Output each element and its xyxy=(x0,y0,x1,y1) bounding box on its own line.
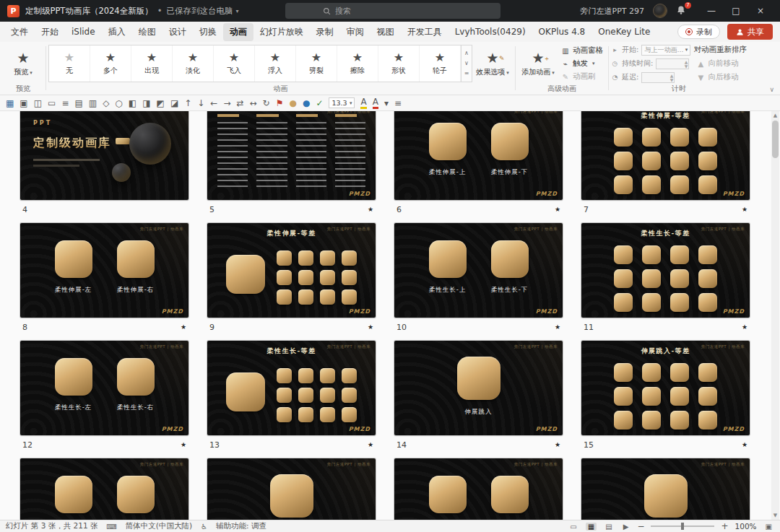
table-icon[interactable]: ▤ xyxy=(74,97,82,109)
corner-shade-alt-icon[interactable]: ◪ xyxy=(170,97,178,109)
tab-审阅[interactable]: 审阅 xyxy=(340,23,370,41)
swap-order-icon[interactable]: ⇄ xyxy=(236,97,243,109)
toolbar-menu-icon[interactable]: ≡ xyxy=(394,97,402,109)
tab-动画[interactable]: 动画 xyxy=(223,23,254,41)
move-earlier-button[interactable]: ▲向前移动 xyxy=(693,58,747,70)
tab-切换[interactable]: 切换 xyxy=(193,23,223,41)
align-objects-icon[interactable]: ≡ xyxy=(61,97,69,109)
align-left-icon[interactable]: ← xyxy=(210,97,217,109)
effect-options-button[interactable]: ★✎ 效果选项▾ xyxy=(472,44,513,83)
slideshow-button[interactable]: ▶ xyxy=(621,523,631,531)
animation-indicator-star-icon[interactable]: ★ xyxy=(742,441,748,448)
minimize-button[interactable]: — xyxy=(699,0,724,22)
animation-effect-item[interactable]: ★形状 xyxy=(378,45,420,82)
animation-effect-item[interactable]: ★轮子 xyxy=(420,45,461,82)
animation-indicator-star-icon[interactable]: ★ xyxy=(368,206,373,213)
notification-bell-icon[interactable]: 7 xyxy=(676,5,688,17)
align-right-icon[interactable]: → xyxy=(223,97,230,109)
animation-effect-item[interactable]: ★擦除 xyxy=(337,45,378,82)
layout-icon[interactable]: ◫ xyxy=(34,97,42,109)
slide-count-status[interactable]: 幻灯片 第 3 张，共 211 张 xyxy=(6,521,98,531)
animation-indicator-star-icon[interactable]: ★ xyxy=(742,206,748,213)
slide-thumbnail-5[interactable]: 旁门左道PPT | 动画库PMZD xyxy=(207,111,376,200)
animation-effect-item[interactable]: ★飞入 xyxy=(214,45,255,82)
corner-shade-icon[interactable]: ◩ xyxy=(157,97,165,109)
blue-dot-icon[interactable]: ● xyxy=(303,97,310,109)
spinner-down-icon[interactable]: ▼ xyxy=(670,77,674,82)
record-button[interactable]: 录制 xyxy=(677,25,720,39)
slide-thumbnail-15[interactable]: 伸展跳入-等差旁门左道PPT | 动画库PMZD xyxy=(581,341,750,435)
slide-thumbnail-10[interactable]: 柔性生长-上柔性生长-下旁门左道PPT | 动画库PMZD xyxy=(394,223,563,318)
font-size-box[interactable]: 13.3▾ xyxy=(329,97,355,108)
zoom-in-button[interactable]: + xyxy=(721,521,728,531)
scroll-up-icon[interactable]: ▲ xyxy=(771,113,779,118)
slides-panel-icon[interactable]: ▦ xyxy=(6,97,14,109)
slide-thumbnail-7[interactable]: 柔性伸展-等差旁门左道PPT | 动画库PMZD xyxy=(581,111,750,200)
fit-slide-to-window-icon[interactable]: ▣ xyxy=(763,523,774,531)
shape-icon[interactable]: ◇ xyxy=(103,97,109,109)
text-box-icon[interactable]: ▭ xyxy=(48,97,56,109)
reading-view-button[interactable]: ▤ xyxy=(603,523,614,531)
tab-设计[interactable]: 设计 xyxy=(162,23,193,41)
check-icon[interactable]: ✓ xyxy=(316,97,323,109)
zoom-thumb[interactable] xyxy=(681,523,684,530)
animation-pane-button[interactable]: ▥动画窗格 xyxy=(558,45,606,57)
avatar[interactable] xyxy=(653,4,667,18)
delay-input[interactable]: ▲▼ xyxy=(641,72,675,83)
zoom-percentage[interactable]: 100% xyxy=(735,522,757,531)
tab-OKPlus 4.8[interactable]: OKPlus 4.8 xyxy=(532,24,592,40)
slide-thumbnail-12[interactable]: 柔性生长-左柔性生长-右旁门左道PPT | 动画库PMZD xyxy=(20,341,188,435)
account-name[interactable]: 旁门左道PPT 297 xyxy=(581,6,644,17)
animation-indicator-star-icon[interactable]: ★ xyxy=(555,206,560,213)
animation-effect-item[interactable]: ★淡化 xyxy=(173,45,214,82)
shade-left-icon[interactable]: ◧ xyxy=(129,97,136,109)
rotate-icon[interactable]: ↻ xyxy=(263,97,270,109)
slide-thumbnail[interactable]: 旁门左道PPT | 动画库PMZD xyxy=(20,458,188,520)
animation-indicator-star-icon[interactable]: ★ xyxy=(555,441,560,448)
vertical-scrollbar[interactable]: ▲ ▼ xyxy=(771,111,779,520)
align-bottom-icon[interactable]: ↓ xyxy=(197,97,204,109)
animation-effect-item[interactable]: ★无 xyxy=(49,45,90,82)
trigger-button[interactable]: ⌁触发▾ xyxy=(558,58,606,70)
shade-right-icon[interactable]: ◨ xyxy=(142,97,150,109)
zoom-out-button[interactable]: − xyxy=(637,521,644,531)
animation-indicator-star-icon[interactable]: ★ xyxy=(555,323,560,331)
start-dropdown[interactable]: 与上一动画…▾ xyxy=(641,45,690,56)
animation-painter-button[interactable]: ✎动画刷 xyxy=(558,71,606,83)
tab-LvyhTools(0429)[interactable]: LvyhTools(0429) xyxy=(448,24,532,40)
search-input[interactable] xyxy=(335,6,465,16)
slide-thumbnail-11[interactable]: 柔性生长-等差旁门左道PPT | 动画库PMZD xyxy=(581,223,750,318)
slide-sorter-view-button[interactable]: ▦ xyxy=(586,523,597,531)
highlight-color-icon[interactable]: A xyxy=(360,97,366,109)
scroll-down-icon[interactable]: ▼ xyxy=(771,513,779,518)
more-tools-icon[interactable]: ▾ xyxy=(384,97,389,109)
animation-indicator-star-icon[interactable]: ★ xyxy=(181,441,186,448)
close-button[interactable]: × xyxy=(748,0,773,22)
tab-录制[interactable]: 录制 xyxy=(310,23,340,41)
zoom-slider[interactable] xyxy=(651,523,714,530)
normal-view-icon[interactable]: ▣ xyxy=(20,97,27,109)
add-animation-button[interactable]: ★＋ 添加动画▾ xyxy=(518,44,558,83)
tab-OneKey Lite[interactable]: OneKey Lite xyxy=(592,24,656,40)
spell-check-icon[interactable]: ⌨ xyxy=(106,523,116,531)
animation-effect-item[interactable]: ★出现 xyxy=(131,45,173,82)
flag-icon[interactable]: ⚑ xyxy=(276,97,284,109)
language-status[interactable]: 简体中文(中国大陆) xyxy=(126,521,192,531)
animation-effect-item[interactable]: ★多个 xyxy=(90,45,131,82)
tab-iSlide[interactable]: iSlide xyxy=(65,24,102,40)
gold-dot-icon[interactable]: ● xyxy=(289,97,296,109)
slide-thumbnail-9[interactable]: 柔性伸展-等差旁门左道PPT | 动画库PMZD xyxy=(207,223,376,318)
animation-indicator-star-icon[interactable]: ★ xyxy=(368,323,373,331)
flip-horizontal-icon[interactable]: ↔ xyxy=(250,97,257,109)
share-button[interactable]: 共享 xyxy=(727,24,773,40)
tab-幻灯片放映[interactable]: 幻灯片放映 xyxy=(254,23,310,41)
normal-view-button[interactable]: ▭ xyxy=(568,523,578,531)
chart-icon[interactable]: ▥ xyxy=(89,97,97,109)
tab-绘图[interactable]: 绘图 xyxy=(132,23,162,41)
move-later-button[interactable]: ▼向后移动 xyxy=(693,71,747,84)
spinner-down-icon[interactable]: ▼ xyxy=(685,64,688,69)
font-color-icon[interactable]: A xyxy=(373,97,378,109)
autosave-status[interactable]: 已保存到这台电脑 xyxy=(166,6,233,17)
gallery-scroll-up-icon[interactable]: ∧ xyxy=(462,48,472,58)
duration-input[interactable]: ▲▼ xyxy=(656,58,689,69)
